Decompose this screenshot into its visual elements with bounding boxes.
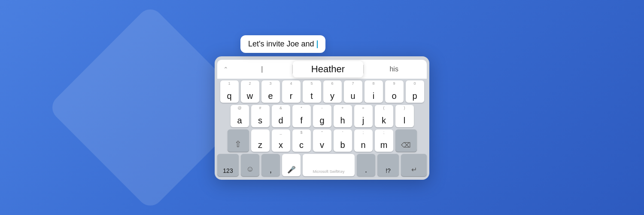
key-d[interactable]: & d <box>272 105 290 127</box>
key-mic[interactable]: 🎤 <box>282 154 301 176</box>
key-w[interactable]: 2 w <box>241 80 259 103</box>
key-row-bottom: 123 ☺ , 🎤 Microsoft SwiftKey . !? ↵ <box>217 154 427 176</box>
key-v-symbol: " <box>321 131 322 135</box>
key-v[interactable]: " v <box>313 129 331 152</box>
key-j-letter: j <box>362 116 364 125</box>
key-a[interactable]: @ a <box>231 105 249 127</box>
key-f-symbol: * <box>301 106 302 110</box>
shift-icon: ⇧ <box>234 139 242 149</box>
text-input-bubble[interactable]: Let's invite Joe and <box>240 35 325 53</box>
key-q[interactable]: 1 q <box>220 80 239 103</box>
key-n-symbol: ; <box>363 131 364 135</box>
key-i-number: 8 <box>372 82 374 86</box>
emoji-icon: ☺ <box>246 165 254 174</box>
key-p[interactable]: 0 p <box>406 80 424 103</box>
key-backspace[interactable]: ⌫ <box>395 129 417 152</box>
key-m[interactable]: ; m <box>375 129 393 152</box>
prediction-bar: ⌃ | Heather his <box>217 60 427 79</box>
key-t-number: 5 <box>310 82 313 86</box>
key-b-symbol: ' <box>342 131 343 135</box>
key-j[interactable]: = j <box>354 105 373 127</box>
key-e[interactable]: 3 e <box>261 80 280 103</box>
key-comma[interactable]: , <box>261 154 280 176</box>
input-text: Let's invite Joe and <box>248 40 314 48</box>
key-l[interactable]: ) l <box>395 105 414 127</box>
key-i[interactable]: 8 i <box>365 80 383 103</box>
key-s[interactable]: # s <box>251 105 270 127</box>
key-123[interactable]: 123 <box>217 154 239 176</box>
key-c[interactable]: $ c <box>292 129 311 152</box>
key-y-letter: y <box>330 92 334 100</box>
key-n-letter: n <box>361 141 365 149</box>
key-l-symbol: ) <box>404 106 405 110</box>
key-b-letter: b <box>340 141 345 149</box>
key-row-3: ⇧ z _ x $ c " v ' b ; <box>217 129 427 152</box>
key-d-letter: d <box>278 116 283 125</box>
key-comma-label: , <box>270 166 272 174</box>
space-bar-label: Microsoft SwiftKey <box>313 169 344 174</box>
key-k-symbol: ( <box>383 106 385 110</box>
key-a-letter: a <box>237 116 242 125</box>
key-m-letter: m <box>380 141 388 149</box>
key-return[interactable]: ↵ <box>401 154 427 176</box>
key-t[interactable]: 5 t <box>303 80 321 103</box>
key-period[interactable]: . <box>357 154 375 176</box>
prediction-left[interactable]: | <box>232 64 292 75</box>
key-y[interactable]: 6 y <box>323 80 342 103</box>
key-row-2: @ a # s & d * f - g + h <box>217 105 427 127</box>
key-l-letter: l <box>404 116 405 125</box>
key-123-label: 123 <box>223 168 233 174</box>
key-p-letter: p <box>412 92 417 100</box>
key-h[interactable]: + h <box>334 105 352 127</box>
key-q-number: 1 <box>228 82 230 86</box>
key-e-number: 3 <box>269 82 271 86</box>
key-x[interactable]: _ x <box>272 129 290 152</box>
key-a-symbol: @ <box>237 106 241 110</box>
key-z[interactable]: z <box>251 129 270 152</box>
key-b[interactable]: ' b <box>334 129 352 152</box>
key-c-letter: c <box>299 141 304 149</box>
key-g-letter: g <box>319 116 324 125</box>
key-x-symbol: _ <box>279 131 282 135</box>
key-o-number: 9 <box>393 82 395 86</box>
key-s-symbol: # <box>259 106 261 110</box>
key-exclamation[interactable]: !? <box>377 154 399 176</box>
key-g[interactable]: - g <box>313 105 331 127</box>
key-shift[interactable]: ⇧ <box>228 129 249 152</box>
key-t-letter: t <box>310 92 313 100</box>
key-f-letter: f <box>300 116 303 125</box>
key-q-letter: q <box>227 92 231 100</box>
key-excl-label: !? <box>386 168 391 174</box>
key-d-symbol: & <box>279 106 282 110</box>
key-emoji[interactable]: ☺ <box>241 154 259 176</box>
mic-icon: 🎤 <box>287 166 296 174</box>
key-r[interactable]: 4 r <box>282 80 301 103</box>
key-w-letter: w <box>247 92 253 100</box>
key-u[interactable]: 7 u <box>344 80 362 103</box>
key-u-letter: u <box>350 92 355 100</box>
key-e-letter: e <box>268 92 273 100</box>
key-period-label: . <box>365 166 367 174</box>
key-s-letter: s <box>258 116 262 125</box>
key-o-letter: o <box>392 92 396 100</box>
key-k-letter: k <box>382 116 386 125</box>
key-g-symbol: - <box>322 106 323 110</box>
prediction-center[interactable]: Heather <box>293 61 364 77</box>
text-cursor <box>317 40 318 48</box>
key-space[interactable]: Microsoft SwiftKey <box>303 154 355 176</box>
key-k[interactable]: ( k <box>375 105 393 127</box>
keyboard-panel: ⌃ | Heather his 1 q 2 w 3 e 4 r <box>215 56 429 180</box>
key-y-number: 6 <box>331 82 333 86</box>
key-j-symbol: = <box>362 106 364 110</box>
key-c-symbol: $ <box>300 131 302 135</box>
key-w-number: 2 <box>249 82 251 86</box>
prediction-chevron-icon[interactable]: ⌃ <box>220 64 232 74</box>
key-n[interactable]: ; n <box>354 129 373 152</box>
key-z-letter: z <box>258 141 262 149</box>
prediction-right[interactable]: his <box>364 64 424 75</box>
key-v-letter: v <box>320 141 324 149</box>
backspace-icon: ⌫ <box>401 141 411 149</box>
key-r-letter: r <box>290 92 293 100</box>
key-o[interactable]: 9 o <box>385 80 404 103</box>
key-f[interactable]: * f <box>292 105 311 127</box>
